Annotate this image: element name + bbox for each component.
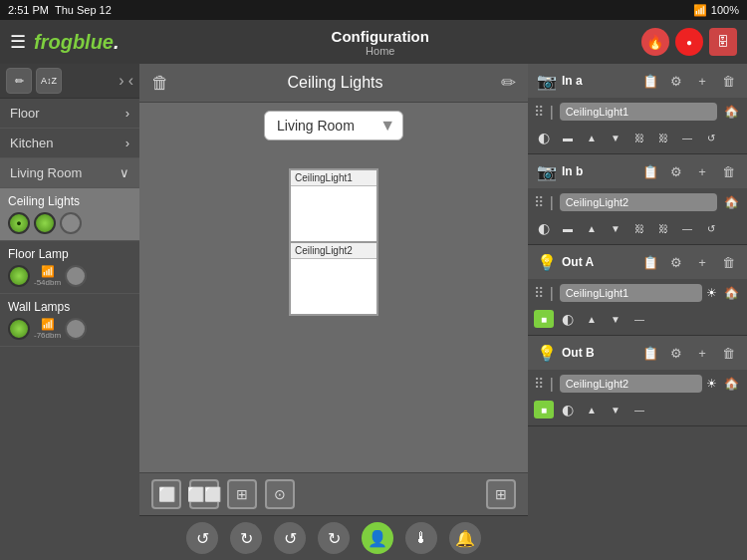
right-section-in-b: 📷 In b 📋 ⚙ + 🗑 ⠿ | CeilingLight2 🏠 ◐ ▬ ▲… [528, 154, 747, 245]
in-a-ctrl-half[interactable]: ◐ [534, 129, 554, 146]
in-b-add-btn[interactable]: + [691, 160, 713, 182]
az-sort-btn[interactable]: A↕Z [36, 68, 62, 94]
in-a-ctrl-refresh[interactable]: ↺ [701, 129, 721, 146]
tool-single-btn[interactable]: ⬜ [151, 479, 181, 509]
out-b-gear-btn[interactable]: ⚙ [665, 342, 687, 364]
center-bottom-toolbar: ⬜ ⬜⬜ ⊞ ⊙ ⊞ [139, 472, 528, 515]
in-a-list-btn[interactable]: 📋 [639, 70, 661, 92]
out-a-ctrl-green[interactable]: ■ [534, 310, 554, 328]
nav-btn-temp[interactable]: 🌡 [405, 522, 437, 554]
in-b-ctrl-rect[interactable]: ▬ [558, 219, 578, 237]
center-dropdown-row: Living Room Kitchen Floor ▼ [139, 103, 528, 148]
in-b-list-btn[interactable]: 📋 [639, 160, 661, 182]
out-b-ctrl-up[interactable]: ▲ [582, 401, 602, 419]
out-b-ctrl-half[interactable]: ◐ [558, 401, 578, 419]
sidebar-section-floor-label: Floor [10, 106, 40, 121]
out-a-ctrl-down[interactable]: ▼ [606, 310, 625, 328]
in-b-gear-btn[interactable]: ⚙ [665, 160, 687, 182]
in-b-delete-btn[interactable]: 🗑 [717, 160, 739, 182]
in-a-ctrl-down[interactable]: ▼ [606, 129, 625, 146]
tool-socket-btn[interactable]: ⊙ [265, 479, 295, 509]
sidebar-item-floor-lamp[interactable]: Floor Lamp 📶 -54dbm [0, 241, 139, 294]
in-b-ctrl-refresh[interactable]: ↺ [701, 219, 721, 237]
out-b-list-btn[interactable]: 📋 [639, 342, 661, 364]
walllamps-icon-3 [65, 318, 87, 340]
out-a-add-btn[interactable]: + [691, 251, 713, 273]
center-delete-btn[interactable]: 🗑 [151, 73, 169, 94]
in-b-home-icon[interactable]: 🏠 [721, 192, 741, 212]
out-a-gear-btn[interactable]: ⚙ [665, 251, 687, 273]
in-b-ctrl-link1[interactable]: ⛓ [629, 219, 649, 237]
out-a-ctrl-up[interactable]: ▲ [582, 310, 602, 328]
in-a-label: In a [562, 74, 635, 88]
nav-btn-4[interactable]: ↻ [318, 522, 350, 554]
out-b-home-icon[interactable]: 🏠 [721, 374, 741, 394]
sidebar-item-ceiling-lights[interactable]: Ceiling Lights ● [0, 188, 139, 241]
in-b-drag-handle[interactable]: ⠿ [534, 194, 544, 210]
nav-btn-1[interactable]: ↺ [186, 522, 218, 554]
database-icon-btn[interactable]: 🗄 [709, 28, 737, 56]
room-dropdown[interactable]: Living Room Kitchen Floor [264, 111, 403, 140]
in-b-ctrl-up[interactable]: ▲ [582, 219, 602, 237]
in-a-ctrl-link1[interactable]: ⛓ [629, 129, 649, 146]
in-b-ctrl-link2[interactable]: ⛓ [653, 219, 673, 237]
hamburger-menu[interactable]: ☰ [10, 31, 26, 53]
out-a-ctrl-half[interactable]: ◐ [558, 310, 578, 328]
in-a-add-btn[interactable]: + [691, 70, 713, 92]
out-b-ctrl-down[interactable]: ▼ [606, 401, 625, 419]
in-a-delete-btn[interactable]: 🗑 [717, 70, 739, 92]
in-a-ctrl-dash[interactable]: — [677, 129, 697, 146]
in-a-ctrl-up[interactable]: ▲ [582, 129, 602, 146]
in-a-drag-handle[interactable]: ⠿ [534, 104, 544, 120]
in-b-device-name: CeilingLight2 [560, 193, 717, 211]
out-a-list-btn[interactable]: 📋 [639, 251, 661, 273]
status-battery: 100% [711, 4, 739, 16]
edit-tool-btn[interactable]: ✏ [6, 68, 32, 94]
in-a-separator: | [550, 104, 554, 120]
sidebar-item-wall-lamps[interactable]: Wall Lamps 📶 -76dbm [0, 294, 139, 347]
nav-btn-2[interactable]: ↻ [230, 522, 262, 554]
flame-icon-btn[interactable]: 🔥 [641, 28, 669, 56]
out-b-label: Out B [562, 346, 635, 360]
sidebar-collapse-arrow[interactable]: ‹ [128, 72, 133, 90]
in-b-ctrl-down[interactable]: ▼ [606, 219, 625, 237]
in-b-ctrl-half[interactable]: ◐ [534, 219, 554, 237]
out-b-add-btn[interactable]: + [691, 342, 713, 364]
nav-btn-person[interactable]: 👤 [362, 522, 393, 554]
center-edit-btn[interactable]: ✏ [501, 72, 516, 94]
in-b-ctrl-dash[interactable]: — [677, 219, 697, 237]
out-a-ctrl-dash[interactable]: — [629, 310, 649, 328]
tool-double-btn[interactable]: ⬜⬜ [189, 479, 219, 509]
in-a-gear-btn[interactable]: ⚙ [665, 70, 687, 92]
out-a-drag-handle[interactable]: ⠿ [534, 285, 544, 301]
device-block-body-2 [291, 259, 376, 314]
in-a-home-icon[interactable]: 🏠 [721, 102, 741, 122]
sidebar-section-kitchen[interactable]: Kitchen › [0, 129, 139, 158]
device-block-ceilinglight2[interactable]: CeilingLight2 [289, 243, 378, 316]
center-title: Ceiling Lights [287, 74, 382, 92]
out-b-ctrl-dash[interactable]: — [629, 401, 649, 419]
sidebar-expand-arrow[interactable]: › [66, 72, 124, 90]
right-section-header-in-b: 📷 In b 📋 ⚙ + 🗑 [528, 154, 747, 188]
out-a-separator: | [550, 285, 554, 301]
sidebar-section-floor[interactable]: Floor › [0, 99, 139, 129]
bottom-tool-icons: ⬜ ⬜⬜ ⊞ ⊙ [151, 479, 295, 509]
out-a-home-icon[interactable]: 🏠 [721, 283, 741, 303]
right-controls-in-b: ◐ ▬ ▲ ▼ ⛓ ⛓ — ↺ [528, 216, 747, 240]
in-a-ctrl-link2[interactable]: ⛓ [653, 129, 673, 146]
out-b-delete-btn[interactable]: 🗑 [717, 342, 739, 364]
in-a-ctrl-rect[interactable]: ▬ [558, 129, 578, 146]
tool-toggle-btn[interactable]: ⊞ [486, 479, 516, 509]
nav-btn-3[interactable]: ↺ [274, 522, 306, 554]
walllamps-icon-1 [8, 318, 30, 340]
power-icon-btn[interactable]: ● [675, 28, 703, 56]
device-block-ceilinglight1[interactable]: CeilingLight1 [289, 168, 378, 243]
wall-lamps-label: Wall Lamps [8, 300, 131, 314]
nav-btn-bell[interactable]: 🔔 [449, 522, 481, 554]
out-b-ctrl-green[interactable]: ■ [534, 401, 554, 419]
tool-grid-btn[interactable]: ⊞ [227, 479, 257, 509]
sidebar-section-living-room[interactable]: Living Room ∨ [0, 158, 139, 188]
sidebar-toolbar: ✏ A↕Z › ‹ [0, 64, 139, 99]
out-a-delete-btn[interactable]: 🗑 [717, 251, 739, 273]
out-b-drag-handle[interactable]: ⠿ [534, 376, 544, 392]
